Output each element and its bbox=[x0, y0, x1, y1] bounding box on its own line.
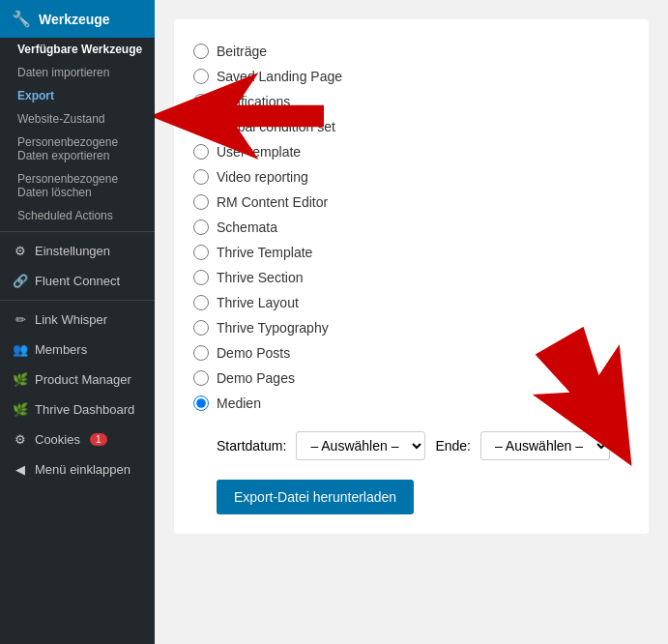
radio-item-demo-posts[interactable]: Demo Posts bbox=[193, 340, 629, 366]
radio-saved-landing-label[interactable]: Saved Landing Page bbox=[217, 69, 342, 84]
sidebar-item-website-label: Website-Zustand bbox=[17, 112, 105, 126]
radio-medien-label[interactable]: Medien bbox=[217, 395, 261, 411]
cookies-icon: ⚙ bbox=[12, 432, 29, 447]
radio-thrive-layout[interactable] bbox=[193, 295, 209, 310]
startdate-select[interactable]: – Auswählen – bbox=[296, 431, 425, 460]
sidebar-title: Werkzeuge bbox=[39, 12, 110, 27]
radio-item-thrive-template[interactable]: Thrive Template bbox=[193, 240, 629, 265]
radio-item-demo-pages[interactable]: Demo Pages bbox=[193, 366, 629, 391]
fluent-connect-icon: 🔗 bbox=[12, 274, 29, 288]
radio-saved-landing[interactable] bbox=[193, 69, 209, 84]
radio-beitrage[interactable] bbox=[193, 44, 209, 59]
export-button[interactable]: Export-Datei herunterladen bbox=[217, 480, 414, 514]
sidebar-item-cookies[interactable]: ⚙ Cookies 1 bbox=[0, 424, 155, 454]
sidebar-item-website-zustand[interactable]: Website-Zustand bbox=[0, 107, 155, 131]
radio-schemata-label[interactable]: Schemata bbox=[217, 220, 277, 235]
sidebar-item-collapse-label: Menü einklappen bbox=[35, 462, 131, 477]
radio-item-thrive-layout[interactable]: Thrive Layout bbox=[193, 290, 629, 315]
enddate-label: Ende: bbox=[435, 438, 471, 454]
sidebar-item-export[interactable]: Export bbox=[0, 84, 155, 107]
radio-item-thrive-section[interactable]: Thrive Section bbox=[193, 265, 629, 290]
sidebar-item-personal-delete-label: Personenbezogene Daten löschen bbox=[17, 172, 118, 199]
radio-notifications[interactable] bbox=[193, 94, 209, 109]
radio-rm-content[interactable] bbox=[193, 194, 209, 210]
radio-item-schemata[interactable]: Schemata bbox=[193, 215, 629, 240]
cookies-badge: 1 bbox=[90, 433, 107, 446]
export-button-row: Export-Datei herunterladen bbox=[193, 480, 629, 514]
radio-demo-pages[interactable] bbox=[193, 370, 209, 386]
radio-medien[interactable] bbox=[193, 395, 209, 411]
startdate-label: Startdatum: bbox=[217, 438, 286, 454]
sidebar-item-menu-einklappen[interactable]: ◀ Menü einklappen bbox=[0, 454, 155, 484]
radio-thrive-typography[interactable] bbox=[193, 320, 209, 336]
thrive-dashboard-icon: 🌿 bbox=[12, 402, 29, 417]
radio-item-user-template[interactable]: User template bbox=[193, 139, 629, 164]
radio-thrive-section-label[interactable]: Thrive Section bbox=[217, 270, 303, 285]
radio-user-template-label[interactable]: User template bbox=[217, 144, 301, 160]
radio-rm-content-label[interactable]: RM Content Editor bbox=[217, 194, 328, 210]
sidebar-item-personal-delete[interactable]: Personenbezogene Daten löschen bbox=[0, 167, 155, 204]
werkzeuge-icon: 🔧 bbox=[12, 10, 31, 28]
sidebar-item-fluent-connect[interactable]: 🔗 Fluent Connect bbox=[0, 266, 155, 296]
radio-user-template[interactable] bbox=[193, 144, 209, 160]
radio-video-reporting-label[interactable]: Video reporting bbox=[217, 169, 308, 185]
sidebar-item-link-whisper[interactable]: ✏ Link Whisper bbox=[0, 305, 155, 335]
sidebar: 🔧 Werkzeuge Verfügbare Werkzeuge Daten i… bbox=[0, 0, 155, 644]
sidebar-item-fluent-label: Fluent Connect bbox=[35, 274, 120, 288]
radio-item-notifications[interactable]: Notifications bbox=[193, 89, 629, 114]
sidebar-item-einstellungen-label: Einstellungen bbox=[35, 244, 110, 258]
einstellungen-icon: ⚙ bbox=[12, 244, 29, 258]
sidebar-item-personal-export-label: Personenbezogene Daten exportieren bbox=[17, 135, 118, 162]
main-content: Beiträge Saved Landing Page Notification… bbox=[155, 0, 668, 644]
radio-item-saved-landing[interactable]: Saved Landing Page bbox=[193, 64, 629, 89]
sidebar-item-thrive-dashboard[interactable]: 🌿 Thrive Dashboard bbox=[0, 395, 155, 424]
radio-notifications-label[interactable]: Notifications bbox=[217, 94, 290, 109]
radio-item-video-reporting[interactable]: Video reporting bbox=[193, 164, 629, 190]
radio-global-condition-label[interactable]: Global condition set bbox=[217, 119, 335, 134]
sidebar-item-members-label: Members bbox=[35, 342, 87, 357]
radio-global-condition[interactable] bbox=[193, 119, 209, 134]
sidebar-item-scheduled-actions[interactable]: Scheduled Actions bbox=[0, 204, 155, 227]
export-radio-list: Beiträge Saved Landing Page Notification… bbox=[193, 39, 629, 416]
sidebar-item-daten-import-label: Daten importieren bbox=[17, 66, 109, 79]
date-row: Startdatum: – Auswählen – Ende: – Auswäh… bbox=[217, 431, 629, 460]
radio-thrive-section[interactable] bbox=[193, 270, 209, 285]
sidebar-item-daten-import[interactable]: Daten importieren bbox=[0, 61, 155, 84]
radio-demo-posts-label[interactable]: Demo Posts bbox=[217, 345, 290, 361]
radio-item-beitrage[interactable]: Beiträge bbox=[193, 39, 629, 64]
sidebar-item-personal-export[interactable]: Personenbezogene Daten exportieren bbox=[0, 131, 155, 167]
radio-thrive-layout-label[interactable]: Thrive Layout bbox=[217, 295, 299, 310]
radio-schemata[interactable] bbox=[193, 220, 209, 235]
radio-item-medien[interactable]: Medien bbox=[193, 391, 629, 416]
sidebar-item-einstellungen[interactable]: ⚙ Einstellungen bbox=[0, 236, 155, 266]
link-whisper-icon: ✏ bbox=[12, 312, 29, 327]
members-icon: 👥 bbox=[12, 342, 29, 357]
content-wrapper: Beiträge Saved Landing Page Notification… bbox=[155, 19, 668, 534]
radio-beitrage-label[interactable]: Beiträge bbox=[217, 44, 267, 59]
sidebar-item-scheduled-label: Scheduled Actions bbox=[17, 209, 113, 222]
sidebar-item-cookies-label: Cookies bbox=[35, 432, 80, 447]
radio-item-rm-content[interactable]: RM Content Editor bbox=[193, 190, 629, 215]
radio-thrive-template[interactable] bbox=[193, 245, 209, 260]
sidebar-header[interactable]: 🔧 Werkzeuge bbox=[0, 0, 155, 38]
radio-video-reporting[interactable] bbox=[193, 169, 209, 185]
radio-thrive-template-label[interactable]: Thrive Template bbox=[217, 245, 312, 260]
sidebar-item-verfugbare[interactable]: Verfügbare Werkzeuge bbox=[0, 38, 155, 61]
sidebar-item-members[interactable]: 👥 Members bbox=[0, 335, 155, 365]
radio-thrive-typography-label[interactable]: Thrive Typography bbox=[217, 320, 329, 336]
sidebar-item-whisper-label: Link Whisper bbox=[35, 312, 107, 327]
enddate-select[interactable]: – Auswählen – bbox=[480, 431, 610, 460]
sidebar-item-product-manager[interactable]: 🌿 Product Manager bbox=[0, 365, 155, 395]
collapse-icon: ◀ bbox=[12, 462, 29, 477]
sidebar-item-export-label: Export bbox=[17, 89, 54, 102]
radio-demo-posts[interactable] bbox=[193, 345, 209, 361]
export-content: Beiträge Saved Landing Page Notification… bbox=[174, 19, 649, 534]
sidebar-item-verfugbare-label: Verfügbare Werkzeuge bbox=[17, 43, 142, 56]
radio-item-thrive-typography[interactable]: Thrive Typography bbox=[193, 315, 629, 340]
product-manager-icon: 🌿 bbox=[12, 372, 29, 387]
sidebar-item-thrive-label: Thrive Dashboard bbox=[35, 402, 134, 417]
radio-demo-pages-label[interactable]: Demo Pages bbox=[217, 370, 295, 386]
radio-item-global-condition[interactable]: Global condition set bbox=[193, 114, 629, 139]
sidebar-item-product-label: Product Manager bbox=[35, 372, 131, 387]
